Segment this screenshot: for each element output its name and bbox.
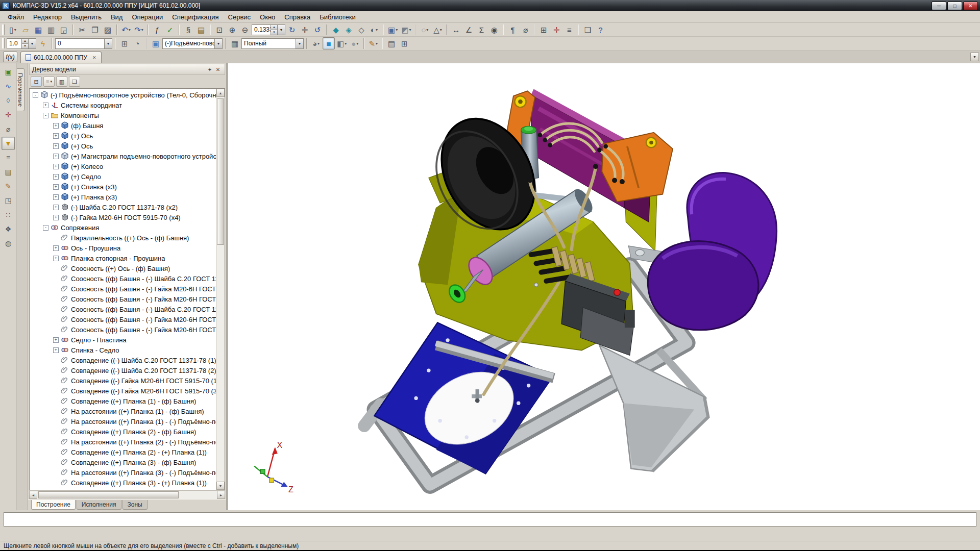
new-window-button[interactable]: ❏	[581, 23, 594, 36]
tree-composition-button[interactable]: ≡▾	[43, 77, 55, 87]
menu-выделить[interactable]: Выделить	[66, 12, 106, 22]
mass-properties-button[interactable]: Σ	[475, 23, 487, 36]
menu-вид[interactable]: Вид	[106, 12, 128, 22]
expand-icon[interactable]: +	[53, 245, 59, 251]
detail-level-combo[interactable]: Полный▼	[241, 38, 304, 49]
tree-item[interactable]: Совпадение ((-) Гайка М20-6Н ГОСТ 5915-7…	[30, 375, 216, 386]
menu-справка[interactable]: Справка	[280, 12, 315, 22]
paste-button[interactable]: ▨	[102, 23, 114, 36]
tree-item[interactable]: +(+) Ось	[30, 141, 216, 151]
simplified-display-button[interactable]: △▾	[431, 23, 444, 36]
redo-dropdown-arrow[interactable]: ▾	[141, 28, 143, 32]
tree-item[interactable]: Соосность ((ф) Башня - (-) Шайба С.20 ГО…	[30, 273, 216, 284]
maximize-button[interactable]: □	[947, 2, 962, 10]
library-manager-button[interactable]: ▤	[195, 23, 207, 36]
panel-measurements-3d-button[interactable]: ⌀	[2, 122, 15, 136]
tree-item[interactable]: +(ф) Башня	[30, 120, 216, 131]
zoom-by-window-button[interactable]: ⊡	[213, 23, 226, 36]
display-hidden-removed-button[interactable]: ◐▾	[368, 23, 380, 36]
grid-button[interactable]: ⊞	[537, 23, 550, 36]
current-scale-spinner[interactable]: ▲▼	[271, 25, 277, 35]
menu-библиотеки[interactable]: Библиотеки	[315, 12, 360, 22]
variables-button[interactable]: ƒ	[151, 23, 163, 36]
panel-arrays-button[interactable]: ∷	[2, 208, 15, 221]
tree-item[interactable]: -Компоненты	[30, 110, 216, 120]
menu-спецификация[interactable]: Спецификация	[167, 12, 223, 22]
new-document-dropdown-arrow[interactable]: ▾	[14, 28, 16, 32]
cut-button[interactable]: ✂	[76, 23, 88, 36]
display-wireframe-button[interactable]: ◇	[355, 23, 368, 36]
tree-item[interactable]: +Планка стопорная - Проушина	[30, 253, 216, 263]
close-button[interactable]: ✕	[963, 2, 978, 10]
display-shaded-edges-button[interactable]: ◈	[342, 23, 355, 36]
collapse-icon[interactable]: -	[43, 113, 48, 118]
shaded-mode-button[interactable]: ■	[323, 37, 335, 49]
tree-item[interactable]: +(-) Шайба С.20 ГОСТ 11371-78 (x2)	[30, 202, 216, 212]
tree-item[interactable]: Совпадение ((-) Гайка М20-6Н ГОСТ 5915-7…	[30, 386, 216, 396]
tree-item[interactable]: +(+) Магистрали подъемно-поворотного уст…	[30, 151, 216, 161]
tree-item[interactable]: На расстоянии ((+) Планка (1) - (-) Подъ…	[30, 416, 216, 427]
variables-panel-button[interactable]: f(x)	[3, 52, 17, 62]
tree-additional-button[interactable]: ❏	[69, 77, 80, 87]
pin-icon[interactable]: ✦	[206, 65, 214, 73]
expand-icon[interactable]: +	[53, 347, 59, 353]
tree-item[interactable]: -(-) Подъёмно-поворотное устройство (Тел…	[30, 90, 216, 100]
tree-tab-исполнения[interactable]: Исполнения	[77, 500, 121, 510]
sheet-parameters-button[interactable]: ▤	[385, 37, 398, 49]
expand-icon[interactable]: +	[53, 164, 59, 169]
panel-edit-assembly-button[interactable]: ▣	[2, 65, 15, 79]
section-display-button[interactable]: ◩▾	[400, 23, 412, 36]
tree-item[interactable]: Совпадение ((+) Планка (2) - (+) Планка …	[30, 447, 216, 457]
tree-horizontal-scrollbar[interactable]: ◄ ►	[29, 490, 225, 499]
variables-panel-tab[interactable]: Переменные	[17, 68, 24, 111]
tree-vertical-scrollbar[interactable]: ▲ ▼	[216, 89, 225, 490]
print-button[interactable]: ▥	[45, 23, 57, 36]
model-seat[interactable]	[648, 173, 776, 330]
3d-viewport[interactable]: X Z	[227, 63, 980, 510]
tree-item[interactable]: Совпадение ((+) Планка (2) - (ф) Башня)	[30, 427, 216, 437]
menu-редактор[interactable]: Редактор	[29, 12, 66, 22]
angle-snap-button[interactable]: ◔	[131, 37, 143, 49]
display-hidden-removed-dropdown-arrow[interactable]: ▾	[376, 28, 378, 32]
tab-close-icon[interactable]: ✕	[92, 55, 96, 60]
tree-structure-view-button[interactable]: ⊟	[31, 77, 42, 87]
current-step-combo[interactable]: 1.0▲▼▼	[7, 38, 36, 49]
tree-item[interactable]: Соосность ((ф) Башня - (-) Гайка М20-6Н …	[30, 314, 216, 324]
scroll-left-icon[interactable]: ◄	[29, 491, 37, 499]
expand-icon[interactable]: +	[43, 103, 48, 108]
panel-reports-button[interactable]: ▤	[2, 165, 15, 179]
panel-auxiliary-geometry-button[interactable]: ✛	[2, 108, 15, 121]
tree-item[interactable]: Совпадение ((-) Шайба С.20 ГОСТ 11371-78…	[30, 365, 216, 375]
shading-options-button[interactable]: ◕▾	[310, 37, 322, 49]
tree-item[interactable]: +(+) Колесо	[30, 161, 216, 171]
current-component-combo[interactable]: (-)Подъёмно-повор▼	[162, 38, 223, 49]
menu-сервис[interactable]: Сервис	[224, 12, 256, 22]
annotations-button[interactable]: ¶	[506, 23, 519, 36]
section-display-dropdown-arrow[interactable]: ▾	[409, 28, 411, 32]
check-intersections-button[interactable]: ◉	[488, 23, 500, 36]
measure-angle-button[interactable]: ∠	[462, 23, 475, 36]
layout-grid-button[interactable]: ⊞	[398, 37, 410, 49]
orientation-button[interactable]: ▣▾	[386, 23, 399, 36]
viewport-3d-model[interactable]: X Z	[228, 63, 980, 510]
spelling-check-button[interactable]: ✓	[164, 23, 176, 36]
tree-item[interactable]: Соосность ((ф) Башня - (-) Гайка М20-6Н …	[30, 294, 216, 304]
expand-icon[interactable]: +	[53, 154, 59, 159]
undo-button[interactable]: ↶▾	[120, 23, 132, 36]
expand-icon[interactable]: +	[53, 133, 59, 139]
tree-item[interactable]: -Сопряжения	[30, 222, 216, 233]
tree-item[interactable]: +Спинка - Седло	[30, 345, 216, 355]
transparency-button[interactable]: ◧▾	[335, 37, 348, 49]
scroll-down-icon[interactable]: ▼	[216, 482, 225, 490]
context-help-button[interactable]: ?	[594, 23, 606, 36]
menu-файл[interactable]: Файл	[3, 12, 29, 22]
zoom-in-button[interactable]: ⊕	[226, 23, 238, 36]
panel-spatial-curves-button[interactable]: ∿	[2, 80, 15, 93]
local-csys-button[interactable]: ✛	[550, 23, 562, 36]
lighting-button[interactable]: ●▾	[349, 37, 361, 49]
tree-item[interactable]: +Ось - Проушина	[30, 243, 216, 253]
copy-button[interactable]: ❐	[89, 23, 101, 36]
current-angle-dropdown-arrow[interactable]: ▼	[104, 39, 112, 48]
toolbar-handle[interactable]	[2, 24, 5, 35]
transparency-dropdown-arrow[interactable]: ▾	[345, 41, 347, 46]
